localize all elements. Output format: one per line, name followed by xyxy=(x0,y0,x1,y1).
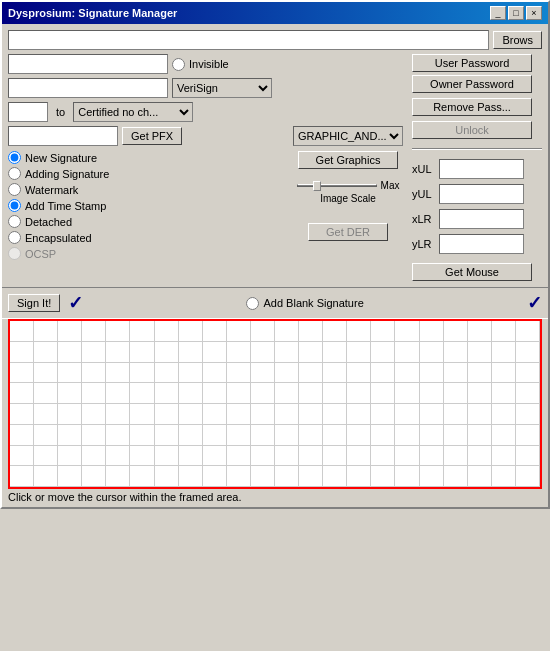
path-input[interactable]: C:\Users\Administrator\Documents\PdfShot… xyxy=(8,30,489,50)
grid-cell xyxy=(347,363,371,384)
slider-thumb[interactable] xyxy=(313,181,321,191)
grid-cell xyxy=(203,446,227,467)
grid-cell xyxy=(82,383,106,404)
left-panel: I am author Invisible London VeriSign 1 xyxy=(8,54,408,281)
grid-cell xyxy=(275,383,299,404)
author-row: I am author Invisible xyxy=(8,54,408,74)
grid-cell xyxy=(203,342,227,363)
grid-cell xyxy=(299,321,323,342)
grid-cell xyxy=(516,363,540,384)
grid-cell xyxy=(371,363,395,384)
yul-input[interactable]: 239.97 xyxy=(439,184,524,204)
grid-cell xyxy=(420,383,444,404)
graphics-select[interactable]: GRAPHIC_AND... xyxy=(293,126,403,146)
unlock-button[interactable]: Unlock xyxy=(412,121,532,139)
watermark-radio[interactable] xyxy=(8,183,21,196)
grid-cell xyxy=(10,321,34,342)
grid-cell xyxy=(227,342,251,363)
xlr-input[interactable]: 65.59332 xyxy=(439,209,524,229)
add-blank-radio[interactable] xyxy=(246,297,259,310)
grid-cell xyxy=(10,383,34,404)
title-bar-buttons: _ □ × xyxy=(490,6,542,20)
adding-sig-radio[interactable] xyxy=(8,167,21,180)
grid-cell xyxy=(444,425,468,446)
grid-cell xyxy=(179,466,203,487)
grid-cell xyxy=(395,425,419,446)
yul-row: yUL 239.97 xyxy=(412,184,542,204)
grid-cell xyxy=(227,383,251,404)
get-graphics-button[interactable]: Get Graphics xyxy=(298,151,398,169)
location-input[interactable]: London xyxy=(8,78,168,98)
grid-area[interactable] xyxy=(8,319,542,489)
grid-cell xyxy=(10,342,34,363)
grid-cell xyxy=(34,446,58,467)
owner-password-button[interactable]: Owner Password xyxy=(412,75,532,93)
get-mouse-button[interactable]: Get Mouse xyxy=(412,263,532,281)
close-button[interactable]: × xyxy=(526,6,542,20)
to-label: to xyxy=(52,106,69,118)
grid-cell xyxy=(58,404,82,425)
watermark-label: Watermark xyxy=(25,184,78,196)
location-row: London VeriSign xyxy=(8,78,408,98)
grid-cell xyxy=(58,363,82,384)
grid-cell xyxy=(371,446,395,467)
slider-track[interactable] xyxy=(297,184,377,187)
grid-cell xyxy=(58,383,82,404)
xlr-row: xLR 65.59332 xyxy=(412,209,542,229)
grid-cell xyxy=(516,321,540,342)
grid-cell xyxy=(106,321,130,342)
grid-cell xyxy=(82,342,106,363)
grid-cell xyxy=(155,446,179,467)
timestamp-radio[interactable] xyxy=(8,199,21,212)
grid-cell xyxy=(82,363,106,384)
grid-cell xyxy=(130,321,154,342)
user-password-button[interactable]: User Password xyxy=(412,54,532,72)
grid-cell xyxy=(395,466,419,487)
checkmark-left: ✓ xyxy=(68,292,83,314)
grid-cell xyxy=(516,425,540,446)
page-input[interactable]: 1 xyxy=(8,102,48,122)
maximize-button[interactable]: □ xyxy=(508,6,524,20)
radio-encapsulated: Encapsulated xyxy=(8,231,284,244)
grid-cell xyxy=(10,404,34,425)
invisible-radio[interactable] xyxy=(172,58,185,71)
xul-input[interactable]: 74.37666 xyxy=(439,159,524,179)
ca-select[interactable]: VeriSign xyxy=(172,78,272,98)
new-sig-radio[interactable] xyxy=(8,151,21,164)
ocsp-radio[interactable] xyxy=(8,247,21,260)
cert-select[interactable]: Certified no ch... xyxy=(73,102,193,122)
detached-label: Detached xyxy=(25,216,72,228)
grid-cell xyxy=(323,446,347,467)
grid-cell xyxy=(371,383,395,404)
grid-cell xyxy=(444,321,468,342)
get-pfx-button[interactable]: Get PFX xyxy=(122,127,182,145)
middle-section: pfxnewest Get PFX New Signature Add xyxy=(8,126,408,262)
encapsulated-radio[interactable] xyxy=(8,231,21,244)
get-der-button[interactable]: Get DER xyxy=(308,223,388,241)
remove-pass-button[interactable]: Remove Pass... xyxy=(412,98,532,116)
grid-cell xyxy=(10,425,34,446)
radio-group: New Signature Adding Signature Watermark xyxy=(8,149,284,262)
grid-cell xyxy=(58,466,82,487)
radio-new-sig: New Signature xyxy=(8,151,284,164)
minimize-button[interactable]: _ xyxy=(490,6,506,20)
radio-timestamp: Add Time Stamp xyxy=(8,199,284,212)
sign-left: Sign It! ✓ xyxy=(8,292,83,314)
grid-cell xyxy=(155,342,179,363)
grid-cell xyxy=(106,425,130,446)
author-input[interactable]: I am author xyxy=(8,54,168,74)
browse-button[interactable]: Brows xyxy=(493,31,542,49)
grid-cell xyxy=(299,363,323,384)
grid-cell xyxy=(227,404,251,425)
ylr-input[interactable]: 71.57 xyxy=(439,234,524,254)
grid-cell xyxy=(347,383,371,404)
pfx-input[interactable]: pfxnewest xyxy=(8,126,118,146)
grid-cell xyxy=(106,342,130,363)
grid-cell xyxy=(106,404,130,425)
grid-cell xyxy=(34,404,58,425)
grid-cell xyxy=(227,425,251,446)
grid-cell xyxy=(275,363,299,384)
sign-it-button[interactable]: Sign It! xyxy=(8,294,60,312)
detached-radio[interactable] xyxy=(8,215,21,228)
add-blank-label: Add Blank Signature xyxy=(263,297,363,309)
